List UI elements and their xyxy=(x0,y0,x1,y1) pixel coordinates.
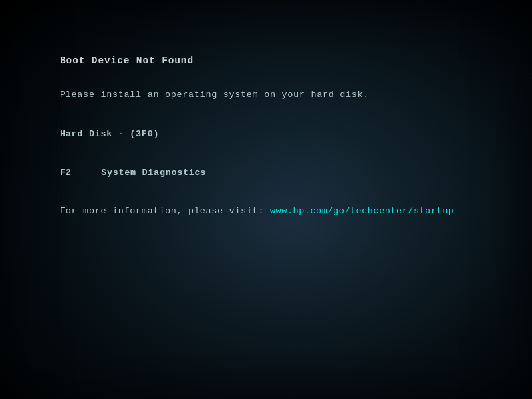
boot-error-title: Boot Device Not Found xyxy=(60,55,194,66)
hard-disk-label: Hard Disk - (3F0) xyxy=(60,129,159,139)
info-prefix-text: For more information, please visit: xyxy=(60,204,264,219)
f2-description: System Diagnostics xyxy=(101,168,206,178)
screen: Boot Device Not Found Please install an … xyxy=(0,0,532,399)
instruction-line: Please install an operating system on yo… xyxy=(60,87,454,102)
info-spacer xyxy=(264,204,270,219)
info-url-text: www.hp.com/go/techcenter/startup xyxy=(270,204,454,219)
f2-line: F2 System Diagnostics xyxy=(60,165,454,180)
instruction-text: Please install an operating system on yo… xyxy=(60,90,369,100)
info-line: For more information, please visit: www.… xyxy=(60,204,454,219)
f2-key: F2 xyxy=(60,168,72,178)
title-line: Boot Device Not Found xyxy=(60,53,454,68)
content-area: Boot Device Not Found Please install an … xyxy=(0,0,513,264)
f2-spacer xyxy=(78,168,95,178)
hard-disk-line: Hard Disk - (3F0) xyxy=(60,126,454,142)
